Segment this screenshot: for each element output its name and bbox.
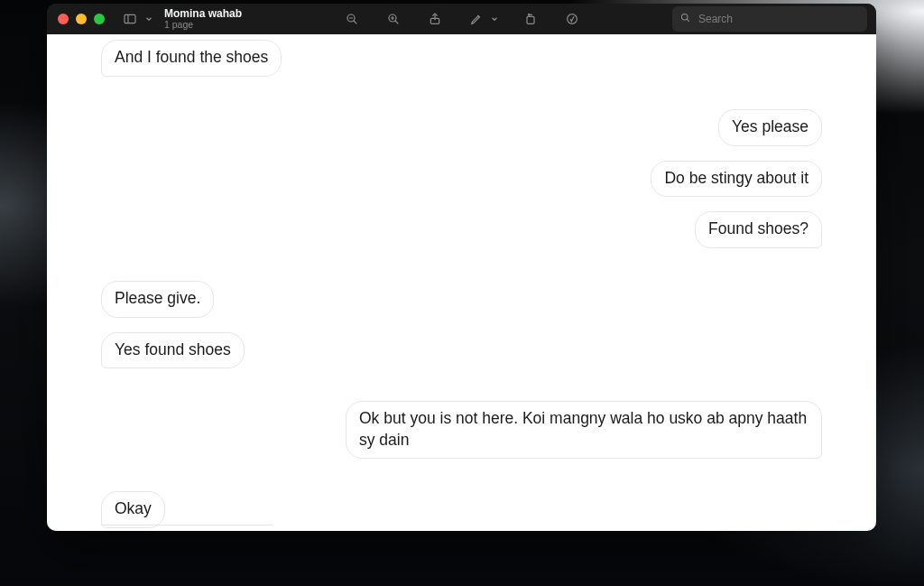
message-row: Yes please xyxy=(101,109,822,146)
message-bubble-outgoing: Found shoes? xyxy=(695,211,822,248)
message-bubble-outgoing: Do be stingy about it xyxy=(651,161,822,198)
message-bubble-outgoing: Ok but you is not here. Koi mangny wala … xyxy=(346,401,822,459)
message-row: Do be stingy about it xyxy=(101,161,822,198)
window-controls xyxy=(58,14,105,24)
svg-line-6 xyxy=(395,21,398,23)
search-box[interactable] xyxy=(672,6,867,32)
message-row: And I found the shoes xyxy=(101,40,822,77)
message-row: Yes found shoes xyxy=(101,332,822,369)
message-bubble-outgoing: Yes please xyxy=(718,109,822,146)
document-content: And I found the shoes Yes please Do be s… xyxy=(47,34,876,531)
sidebar-menu-chevron[interactable] xyxy=(144,8,153,30)
highlight-button[interactable] xyxy=(561,8,583,30)
search-input[interactable] xyxy=(697,12,860,26)
maximize-button[interactable] xyxy=(94,14,105,24)
window-subtitle: 1 page xyxy=(164,20,242,31)
rotate-button[interactable] xyxy=(520,8,541,30)
message-thread: And I found the shoes Yes please Do be s… xyxy=(101,40,822,531)
message-row: Ok but you is not here. Koi mangny wala … xyxy=(101,401,822,459)
svg-line-3 xyxy=(354,21,356,23)
markup-button[interactable] xyxy=(466,8,487,30)
message-row: Found shoes? xyxy=(101,211,822,248)
toolbar-center xyxy=(341,8,583,30)
zoom-in-button[interactable] xyxy=(383,8,404,30)
search-icon xyxy=(679,11,691,27)
message-row: Please give. xyxy=(101,281,822,318)
svg-rect-10 xyxy=(527,17,534,24)
sidebar-toggle-button[interactable] xyxy=(119,8,141,30)
page-separator xyxy=(101,525,273,526)
zoom-out-button[interactable] xyxy=(341,8,363,30)
message-bubble-incoming: And I found the shoes xyxy=(101,40,282,77)
markup-menu-chevron[interactable] xyxy=(489,8,500,30)
titlebar: Momina wahab 1 page xyxy=(47,4,876,34)
message-row: Okay xyxy=(101,491,822,528)
preview-window: Momina wahab 1 page xyxy=(47,4,876,531)
minimize-button[interactable] xyxy=(76,14,87,24)
svg-rect-0 xyxy=(125,15,135,23)
svg-line-13 xyxy=(687,19,689,22)
svg-point-12 xyxy=(681,14,688,21)
window-title-block: Momina wahab 1 page xyxy=(164,8,242,31)
message-bubble-incoming: Yes found shoes xyxy=(101,332,245,369)
share-button[interactable] xyxy=(424,8,446,30)
message-bubble-incoming: Please give. xyxy=(101,281,214,318)
close-button[interactable] xyxy=(58,14,69,24)
toolbar-right xyxy=(672,6,867,32)
message-bubble-incoming: Okay xyxy=(101,491,165,528)
